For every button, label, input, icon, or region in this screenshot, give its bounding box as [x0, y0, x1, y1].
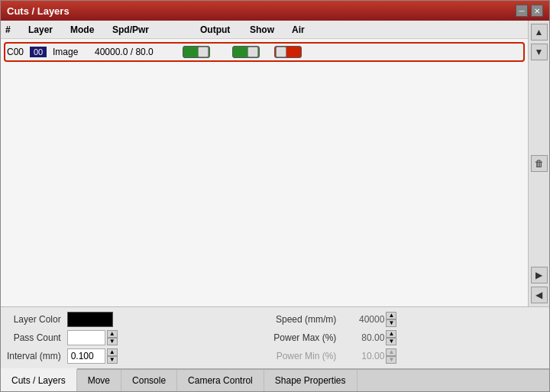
- minimize-button[interactable]: ─: [516, 5, 528, 17]
- row-layer-num-label: 00: [34, 47, 43, 57]
- color-swatch[interactable]: [67, 312, 113, 327]
- scroll-up-button[interactable]: ▲: [531, 24, 548, 40]
- row-layer-color-block: 00: [30, 47, 47, 57]
- bottom-controls: Layer Color Speed (mm/m) 40000 ▲ ▼ Pass …: [1, 306, 549, 368]
- speed-down-btn[interactable]: ▼: [386, 319, 396, 327]
- interval-label: Interval (mm): [7, 351, 61, 361]
- tab-cuts-layers[interactable]: Cuts / Layers: [1, 368, 77, 391]
- close-button[interactable]: ✕: [531, 5, 543, 17]
- controls-grid: Layer Color Speed (mm/m) 40000 ▲ ▼ Pass …: [7, 312, 543, 364]
- delete-button[interactable]: 🗑: [531, 155, 548, 172]
- window-title: Cuts / Layers: [7, 5, 70, 17]
- air-toggle-knob: [276, 47, 286, 57]
- air-toggle-switch[interactable]: [274, 46, 302, 58]
- table-row[interactable]: C00 00 Image 40000.0 / 80.0: [4, 42, 525, 62]
- tab-camera-control[interactable]: Camera Control: [177, 370, 264, 391]
- power-max-label: Power Max (%): [273, 332, 336, 343]
- row-hash: C00: [7, 47, 30, 57]
- move-left-button[interactable]: ◀: [531, 287, 548, 303]
- power-min-input[interactable]: 10.00 ▲ ▼: [342, 348, 543, 364]
- pass-count-field[interactable]: [67, 330, 105, 345]
- show-toggle-switch[interactable]: [232, 46, 260, 58]
- interval-down-btn[interactable]: ▼: [107, 356, 118, 364]
- power-max-value: 80.00: [342, 332, 384, 343]
- col-output-header: Output: [200, 24, 250, 35]
- pass-count-label: Pass Count: [7, 332, 61, 343]
- pass-count-input[interactable]: ▲ ▼: [67, 330, 268, 345]
- layer-color-input[interactable]: [67, 312, 268, 327]
- power-min-value: 10.00: [342, 351, 384, 361]
- interval-input[interactable]: ▲ ▼: [67, 348, 268, 364]
- tab-console[interactable]: Console: [121, 370, 177, 391]
- col-layer-header: Layer: [28, 24, 70, 35]
- table-header: # Layer Mode Spd/Pwr Output Show Air: [1, 21, 528, 39]
- title-bar-controls: ─ ✕: [516, 5, 543, 17]
- power-max-up-btn[interactable]: ▲: [386, 330, 396, 338]
- col-hash-header: #: [5, 24, 28, 35]
- right-sidebar: ▲ ▼ 🗑 ▶ ◀: [528, 21, 549, 306]
- speed-up-btn[interactable]: ▲: [386, 312, 396, 319]
- speed-spinner[interactable]: ▲ ▼: [386, 312, 396, 327]
- row-show-toggle[interactable]: [232, 46, 274, 58]
- row-air-toggle[interactable]: [274, 46, 316, 58]
- window: Cuts / Layers ─ ✕ # Layer Mode Spd/Pwr O…: [0, 0, 550, 392]
- power-min-up-btn[interactable]: ▲: [386, 348, 396, 356]
- interval-field[interactable]: [67, 348, 105, 364]
- move-right-button[interactable]: ▶: [531, 267, 548, 283]
- tab-move[interactable]: Move: [77, 370, 121, 391]
- interval-up-btn[interactable]: ▲: [107, 348, 118, 356]
- speed-input[interactable]: 40000 ▲ ▼: [342, 312, 543, 327]
- main-content: # Layer Mode Spd/Pwr Output Show Air C00…: [1, 21, 549, 306]
- col-mode-header: Mode: [70, 24, 112, 35]
- table-body: C00 00 Image 40000.0 / 80.0: [1, 39, 528, 306]
- scroll-down-button[interactable]: ▼: [531, 44, 548, 60]
- table-area: # Layer Mode Spd/Pwr Output Show Air C00…: [1, 21, 528, 306]
- power-min-down-btn[interactable]: ▼: [386, 356, 396, 364]
- output-toggle-switch[interactable]: [183, 46, 210, 58]
- power-max-input[interactable]: 80.00 ▲ ▼: [342, 330, 543, 345]
- power-min-label: Power Min (%): [273, 351, 336, 361]
- pass-count-down-btn[interactable]: ▼: [107, 338, 118, 345]
- output-toggle-knob: [198, 47, 209, 57]
- title-bar: Cuts / Layers ─ ✕: [1, 1, 549, 21]
- row-output-toggle[interactable]: [183, 46, 232, 58]
- speed-value: 40000: [342, 314, 384, 325]
- speed-label: Speed (mm/m): [273, 314, 336, 325]
- layer-color-label: Layer Color: [7, 314, 61, 325]
- power-max-down-btn[interactable]: ▼: [386, 338, 396, 345]
- pass-count-spinner[interactable]: ▲ ▼: [107, 330, 118, 345]
- interval-spinner[interactable]: ▲ ▼: [107, 348, 118, 364]
- row-mode: Image: [53, 47, 95, 57]
- col-show-header: Show: [250, 24, 292, 35]
- show-toggle-knob: [247, 47, 258, 57]
- row-spdpwr: 40000.0 / 80.0: [95, 47, 183, 57]
- tab-bar: Cuts / Layers Move Console Camera Contro…: [1, 368, 549, 391]
- col-spdpwr-header: Spd/Pwr: [112, 24, 200, 35]
- pass-count-up-btn[interactable]: ▲: [107, 330, 118, 338]
- power-max-spinner[interactable]: ▲ ▼: [386, 330, 396, 345]
- tab-shape-properties[interactable]: Shape Properties: [264, 370, 358, 391]
- col-air-header: Air: [292, 24, 334, 35]
- power-min-spinner[interactable]: ▲ ▼: [386, 348, 396, 364]
